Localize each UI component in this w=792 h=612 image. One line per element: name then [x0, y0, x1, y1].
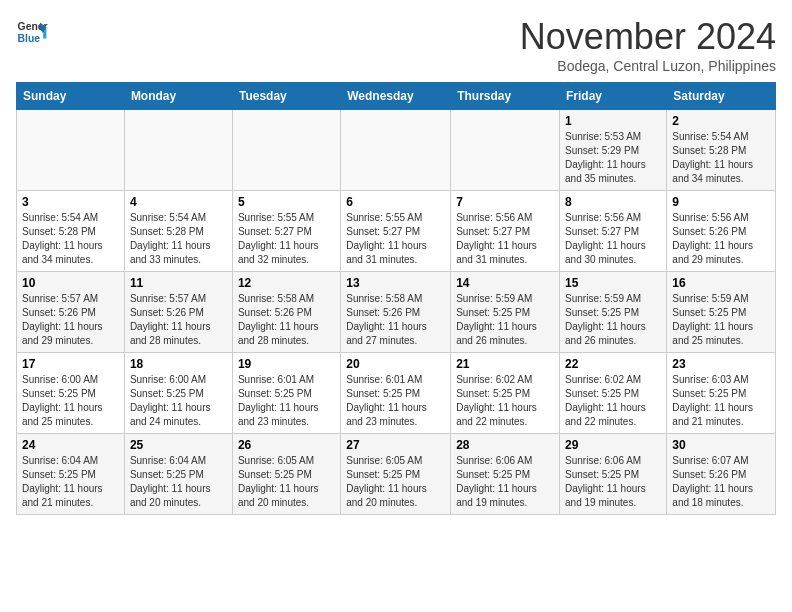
day-info: Sunrise: 6:05 AM Sunset: 5:25 PM Dayligh…	[346, 454, 445, 510]
day-info: Sunrise: 6:02 AM Sunset: 5:25 PM Dayligh…	[456, 373, 554, 429]
day-number: 17	[22, 357, 119, 371]
weekday-header-wednesday: Wednesday	[341, 83, 451, 110]
day-number: 3	[22, 195, 119, 209]
calendar-cell: 26Sunrise: 6:05 AM Sunset: 5:25 PM Dayli…	[232, 434, 340, 515]
day-info: Sunrise: 6:00 AM Sunset: 5:25 PM Dayligh…	[130, 373, 227, 429]
day-number: 23	[672, 357, 770, 371]
day-info: Sunrise: 6:01 AM Sunset: 5:25 PM Dayligh…	[346, 373, 445, 429]
month-title: November 2024	[520, 16, 776, 58]
calendar-cell: 3Sunrise: 5:54 AM Sunset: 5:28 PM Daylig…	[17, 191, 125, 272]
svg-text:Blue: Blue	[18, 33, 41, 44]
calendar-cell: 16Sunrise: 5:59 AM Sunset: 5:25 PM Dayli…	[667, 272, 776, 353]
weekday-header-saturday: Saturday	[667, 83, 776, 110]
calendar-cell	[451, 110, 560, 191]
day-number: 24	[22, 438, 119, 452]
calendar-cell: 8Sunrise: 5:56 AM Sunset: 5:27 PM Daylig…	[560, 191, 667, 272]
day-number: 2	[672, 114, 770, 128]
day-number: 10	[22, 276, 119, 290]
day-info: Sunrise: 6:01 AM Sunset: 5:25 PM Dayligh…	[238, 373, 335, 429]
day-number: 13	[346, 276, 445, 290]
calendar-cell: 22Sunrise: 6:02 AM Sunset: 5:25 PM Dayli…	[560, 353, 667, 434]
day-number: 21	[456, 357, 554, 371]
week-row-2: 3Sunrise: 5:54 AM Sunset: 5:28 PM Daylig…	[17, 191, 776, 272]
day-info: Sunrise: 5:56 AM Sunset: 5:27 PM Dayligh…	[565, 211, 661, 267]
day-info: Sunrise: 6:06 AM Sunset: 5:25 PM Dayligh…	[456, 454, 554, 510]
day-info: Sunrise: 6:03 AM Sunset: 5:25 PM Dayligh…	[672, 373, 770, 429]
calendar-cell: 12Sunrise: 5:58 AM Sunset: 5:26 PM Dayli…	[232, 272, 340, 353]
day-number: 25	[130, 438, 227, 452]
day-number: 14	[456, 276, 554, 290]
day-number: 16	[672, 276, 770, 290]
day-number: 20	[346, 357, 445, 371]
week-row-5: 24Sunrise: 6:04 AM Sunset: 5:25 PM Dayli…	[17, 434, 776, 515]
day-number: 6	[346, 195, 445, 209]
calendar-cell	[341, 110, 451, 191]
day-number: 5	[238, 195, 335, 209]
calendar-table: SundayMondayTuesdayWednesdayThursdayFrid…	[16, 82, 776, 515]
day-number: 27	[346, 438, 445, 452]
calendar-cell	[17, 110, 125, 191]
weekday-header-tuesday: Tuesday	[232, 83, 340, 110]
calendar-cell: 11Sunrise: 5:57 AM Sunset: 5:26 PM Dayli…	[124, 272, 232, 353]
title-block: November 2024 Bodega, Central Luzon, Phi…	[520, 16, 776, 74]
day-info: Sunrise: 6:02 AM Sunset: 5:25 PM Dayligh…	[565, 373, 661, 429]
week-row-4: 17Sunrise: 6:00 AM Sunset: 5:25 PM Dayli…	[17, 353, 776, 434]
calendar-cell: 27Sunrise: 6:05 AM Sunset: 5:25 PM Dayli…	[341, 434, 451, 515]
calendar-cell: 10Sunrise: 5:57 AM Sunset: 5:26 PM Dayli…	[17, 272, 125, 353]
calendar-cell: 18Sunrise: 6:00 AM Sunset: 5:25 PM Dayli…	[124, 353, 232, 434]
day-info: Sunrise: 5:55 AM Sunset: 5:27 PM Dayligh…	[238, 211, 335, 267]
day-number: 19	[238, 357, 335, 371]
calendar-cell: 29Sunrise: 6:06 AM Sunset: 5:25 PM Dayli…	[560, 434, 667, 515]
calendar-cell: 13Sunrise: 5:58 AM Sunset: 5:26 PM Dayli…	[341, 272, 451, 353]
day-info: Sunrise: 5:54 AM Sunset: 5:28 PM Dayligh…	[130, 211, 227, 267]
calendar-cell: 25Sunrise: 6:04 AM Sunset: 5:25 PM Dayli…	[124, 434, 232, 515]
day-number: 1	[565, 114, 661, 128]
calendar-cell: 2Sunrise: 5:54 AM Sunset: 5:28 PM Daylig…	[667, 110, 776, 191]
calendar-cell: 19Sunrise: 6:01 AM Sunset: 5:25 PM Dayli…	[232, 353, 340, 434]
day-info: Sunrise: 5:59 AM Sunset: 5:25 PM Dayligh…	[456, 292, 554, 348]
day-info: Sunrise: 5:56 AM Sunset: 5:26 PM Dayligh…	[672, 211, 770, 267]
logo-icon: General Blue	[16, 16, 48, 48]
calendar-cell: 17Sunrise: 6:00 AM Sunset: 5:25 PM Dayli…	[17, 353, 125, 434]
day-number: 12	[238, 276, 335, 290]
day-number: 30	[672, 438, 770, 452]
day-info: Sunrise: 6:06 AM Sunset: 5:25 PM Dayligh…	[565, 454, 661, 510]
day-info: Sunrise: 5:59 AM Sunset: 5:25 PM Dayligh…	[565, 292, 661, 348]
day-info: Sunrise: 5:54 AM Sunset: 5:28 PM Dayligh…	[22, 211, 119, 267]
calendar-cell	[232, 110, 340, 191]
calendar-cell	[124, 110, 232, 191]
day-number: 15	[565, 276, 661, 290]
day-number: 7	[456, 195, 554, 209]
day-number: 11	[130, 276, 227, 290]
calendar-cell: 5Sunrise: 5:55 AM Sunset: 5:27 PM Daylig…	[232, 191, 340, 272]
weekday-header-sunday: Sunday	[17, 83, 125, 110]
day-info: Sunrise: 6:00 AM Sunset: 5:25 PM Dayligh…	[22, 373, 119, 429]
day-number: 28	[456, 438, 554, 452]
day-info: Sunrise: 6:05 AM Sunset: 5:25 PM Dayligh…	[238, 454, 335, 510]
day-number: 22	[565, 357, 661, 371]
calendar-cell: 14Sunrise: 5:59 AM Sunset: 5:25 PM Dayli…	[451, 272, 560, 353]
weekday-header-friday: Friday	[560, 83, 667, 110]
calendar-cell: 15Sunrise: 5:59 AM Sunset: 5:25 PM Dayli…	[560, 272, 667, 353]
calendar-cell: 24Sunrise: 6:04 AM Sunset: 5:25 PM Dayli…	[17, 434, 125, 515]
day-info: Sunrise: 5:55 AM Sunset: 5:27 PM Dayligh…	[346, 211, 445, 267]
day-info: Sunrise: 6:04 AM Sunset: 5:25 PM Dayligh…	[22, 454, 119, 510]
day-number: 4	[130, 195, 227, 209]
day-info: Sunrise: 5:58 AM Sunset: 5:26 PM Dayligh…	[238, 292, 335, 348]
day-info: Sunrise: 5:57 AM Sunset: 5:26 PM Dayligh…	[130, 292, 227, 348]
day-info: Sunrise: 5:56 AM Sunset: 5:27 PM Dayligh…	[456, 211, 554, 267]
day-number: 26	[238, 438, 335, 452]
weekday-header-thursday: Thursday	[451, 83, 560, 110]
day-number: 29	[565, 438, 661, 452]
day-info: Sunrise: 6:07 AM Sunset: 5:26 PM Dayligh…	[672, 454, 770, 510]
weekday-header-monday: Monday	[124, 83, 232, 110]
logo: General Blue	[16, 16, 48, 48]
calendar-cell: 20Sunrise: 6:01 AM Sunset: 5:25 PM Dayli…	[341, 353, 451, 434]
calendar-cell: 28Sunrise: 6:06 AM Sunset: 5:25 PM Dayli…	[451, 434, 560, 515]
day-number: 8	[565, 195, 661, 209]
day-number: 9	[672, 195, 770, 209]
calendar-cell: 4Sunrise: 5:54 AM Sunset: 5:28 PM Daylig…	[124, 191, 232, 272]
location: Bodega, Central Luzon, Philippines	[520, 58, 776, 74]
day-number: 18	[130, 357, 227, 371]
calendar-cell: 1Sunrise: 5:53 AM Sunset: 5:29 PM Daylig…	[560, 110, 667, 191]
